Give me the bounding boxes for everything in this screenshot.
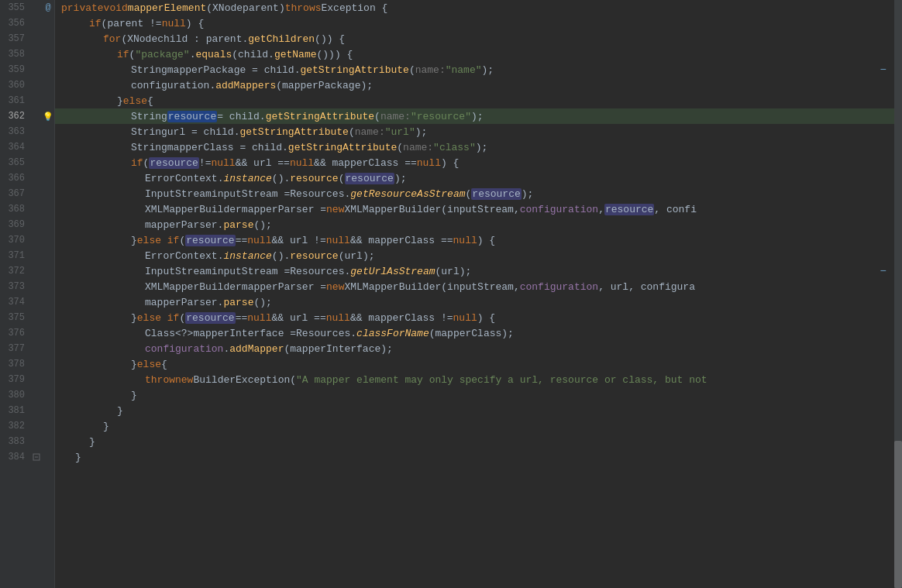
gutter-row: 365 xyxy=(0,155,54,170)
annotation-area xyxy=(42,93,54,108)
code-line: String url = child.getStringAttribute( n… xyxy=(55,124,902,139)
fold-icon[interactable] xyxy=(31,2,42,13)
fold-icon[interactable] xyxy=(31,95,42,106)
fold-icon[interactable] xyxy=(31,312,42,323)
fold-icon[interactable] xyxy=(31,126,42,137)
fold-icon[interactable] xyxy=(31,297,42,308)
line-number: 367 xyxy=(0,188,31,199)
bulb-icon[interactable]: 💡 xyxy=(43,112,53,122)
gutter-row: 376 xyxy=(0,325,54,341)
annotation-area xyxy=(42,387,54,403)
annotation-area xyxy=(42,217,54,232)
line-number: 382 xyxy=(0,421,31,432)
gutter-row: 383 xyxy=(0,434,54,449)
code-line: XMLMapperBuilder mapperParser = new XMLM… xyxy=(55,279,902,294)
gutter-row: 369 xyxy=(0,217,54,232)
line-number: 368 xyxy=(0,204,31,215)
line-number: 370 xyxy=(0,235,31,246)
gutter-row: 357 xyxy=(0,31,54,46)
fold-icon[interactable] xyxy=(31,374,42,385)
var-reference: resource xyxy=(185,312,235,324)
gutter-row: 373 xyxy=(0,279,54,294)
fold-icon[interactable] xyxy=(31,64,42,75)
at-icon: @ xyxy=(45,2,50,13)
annotation-area xyxy=(42,434,54,449)
var-reference: resource xyxy=(604,204,654,215)
gutter-row: 356 xyxy=(0,15,54,31)
annotation-area xyxy=(42,341,54,356)
annotation-area xyxy=(42,232,54,248)
fold-icon[interactable] xyxy=(31,18,42,29)
fold-icon[interactable] xyxy=(31,266,42,277)
vertical-scrollbar[interactable] xyxy=(894,0,902,588)
annotation-area xyxy=(42,372,54,387)
code-line: −String mapperPackage = child.getStringA… xyxy=(55,62,902,77)
annotation-area xyxy=(42,418,54,434)
gutter-row: 378 xyxy=(0,356,54,372)
gutter-row: 368 xyxy=(0,201,54,217)
code-line: } xyxy=(55,418,902,434)
annotation-area xyxy=(42,201,54,217)
code-line: configuration.addMapper(mapperInterface)… xyxy=(55,341,902,356)
fold-icon[interactable] xyxy=(31,111,42,122)
fold-icon[interactable] xyxy=(31,157,42,168)
code-line: for (XNode child : parent.getChildren())… xyxy=(55,31,902,46)
line-number: 374 xyxy=(0,297,31,308)
var-reference: resource xyxy=(185,235,235,246)
fold-icon[interactable] xyxy=(31,33,42,44)
line-number: 369 xyxy=(0,219,31,230)
code-line: } else { xyxy=(55,356,902,372)
fold-icon[interactable] xyxy=(31,142,42,153)
gutter-row: 382 xyxy=(0,418,54,434)
line-number: 375 xyxy=(0,312,31,323)
fold-icon[interactable] xyxy=(31,173,42,184)
var-reference: resource xyxy=(149,157,198,169)
collapse-icon[interactable]: − xyxy=(880,62,887,77)
fold-icon[interactable] xyxy=(31,436,42,447)
line-number: 361 xyxy=(0,95,31,106)
var-reference: resource xyxy=(345,173,394,184)
fold-icon[interactable] xyxy=(31,343,42,354)
code-line: XMLMapperBuilder mapperParser = new XMLM… xyxy=(55,201,902,217)
code-line: InputStream inputStream = Resources.getR… xyxy=(55,186,902,201)
code-line: configuration.addMappers(mapperPackage); xyxy=(55,77,902,93)
annotation-area xyxy=(42,403,54,418)
fold-icon[interactable] xyxy=(31,188,42,199)
fold-icon[interactable] xyxy=(31,235,42,246)
annotation-area xyxy=(42,356,54,372)
code-lines: private void mapperElement(XNode parent)… xyxy=(55,0,902,465)
gutter-row: 384 xyxy=(0,449,54,465)
fold-icon[interactable] xyxy=(31,219,42,230)
line-number: 378 xyxy=(0,359,31,370)
collapse-icon[interactable]: − xyxy=(880,263,887,279)
annotation-area: 💡 xyxy=(42,108,54,124)
annotation-area xyxy=(42,263,54,279)
gutter-row: 362💡 xyxy=(0,108,54,124)
line-number: 355 xyxy=(0,2,31,13)
fold-icon[interactable] xyxy=(31,49,42,60)
fold-icon[interactable] xyxy=(31,405,42,416)
annotation-area xyxy=(42,310,54,325)
gutter-row: 360 xyxy=(0,77,54,93)
fold-icon[interactable] xyxy=(31,390,42,401)
annotation-area xyxy=(42,139,54,155)
fold-icon[interactable] xyxy=(31,452,42,462)
line-number: 366 xyxy=(0,173,31,184)
line-number: 359 xyxy=(0,64,31,75)
annotation-area xyxy=(42,248,54,263)
fold-icon[interactable] xyxy=(31,359,42,370)
fold-icon[interactable] xyxy=(31,80,42,91)
scrollbar-thumb[interactable] xyxy=(894,441,902,588)
code-area[interactable]: private void mapperElement(XNode parent)… xyxy=(55,0,902,588)
fold-icon[interactable] xyxy=(31,421,42,432)
code-container: 355@356357358359360361362💡36336436536636… xyxy=(0,0,902,588)
annotation-area xyxy=(42,325,54,341)
line-number: 358 xyxy=(0,49,31,60)
gutter-row: 358 xyxy=(0,46,54,62)
fold-icon[interactable] xyxy=(31,204,42,215)
gutter-row: 380 xyxy=(0,387,54,403)
line-number: 380 xyxy=(0,390,31,401)
fold-icon[interactable] xyxy=(31,281,42,292)
fold-icon[interactable] xyxy=(31,250,42,261)
fold-icon[interactable] xyxy=(31,328,42,339)
